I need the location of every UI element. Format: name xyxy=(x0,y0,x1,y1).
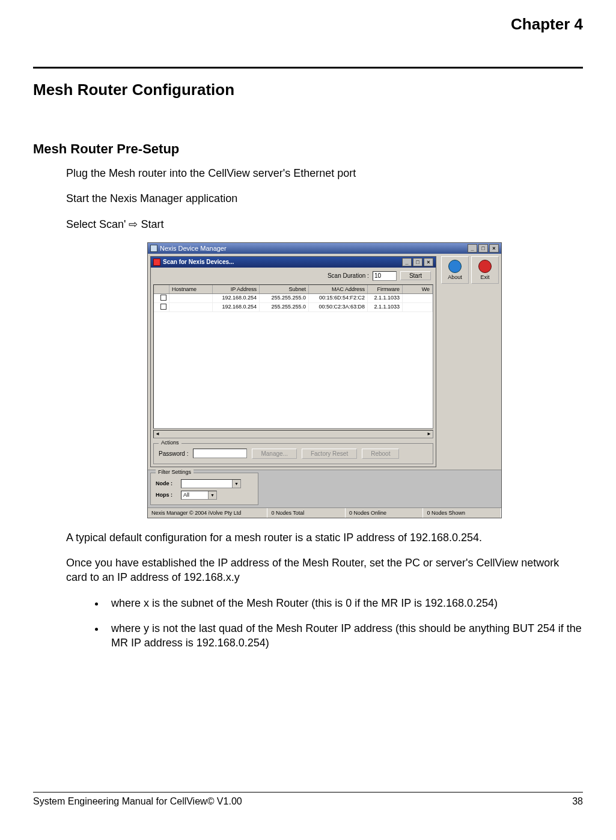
inner-window-title: Scan for Nexis Devices... xyxy=(163,259,234,265)
col-firmware[interactable]: Firmware xyxy=(368,285,403,293)
cell-ip: 192.168.0.254 xyxy=(213,303,260,311)
outer-window-title: Nexis Device Manager xyxy=(160,245,227,252)
cell-we xyxy=(403,294,433,302)
scan-duration-label: Scan Duration : xyxy=(328,272,369,279)
status-nodes-online: 0 Nodes Online xyxy=(346,508,424,518)
status-bar: Nexis Manager © 2004 iVolve Pty Ltd 0 No… xyxy=(148,507,501,518)
nexis-manager-window: Nexis Device Manager _ □ × Scan for Nexi… xyxy=(147,242,502,518)
power-icon xyxy=(478,260,492,273)
footer-doc-title: System Engineering Manual for CellView© … xyxy=(33,796,242,807)
chapter-label: Chapter 4 xyxy=(33,15,583,34)
filter-legend: Filter Settings xyxy=(156,469,194,475)
minimize-button[interactable]: _ xyxy=(402,258,412,266)
about-button[interactable]: About xyxy=(441,256,469,284)
col-we[interactable]: We xyxy=(403,285,433,293)
body-content: Plug the Mesh router into the CellView s… xyxy=(33,166,583,651)
inner-titlebar: Scan for Nexis Devices... _ □ × xyxy=(151,257,436,268)
scan-controls: Scan Duration : Start xyxy=(151,268,436,284)
scroll-left-icon[interactable]: ◄ xyxy=(155,431,160,437)
status-nodes-total: 0 Nodes Total xyxy=(267,508,346,518)
manage-button[interactable]: Manage... xyxy=(252,449,296,459)
row-checkbox[interactable] xyxy=(160,295,166,301)
main-frame: Scan for Nexis Devices... _ □ × Scan Dur… xyxy=(148,254,501,470)
exit-button[interactable]: Exit xyxy=(471,256,499,284)
divider xyxy=(33,67,583,69)
cell-subnet: 255.255.255.0 xyxy=(260,303,309,311)
paragraph: Select Scan' ⇨ Start xyxy=(66,217,583,231)
footer-page-number: 38 xyxy=(572,796,583,807)
screenshot-figure: Nexis Device Manager _ □ × Scan for Nexi… xyxy=(66,242,583,518)
col-subnet[interactable]: Subnet xyxy=(260,285,309,293)
close-button[interactable]: × xyxy=(489,244,499,253)
exit-label: Exit xyxy=(480,274,489,280)
col-hostname[interactable]: Hostname xyxy=(169,285,213,293)
about-label: About xyxy=(448,274,462,280)
cell-ip: 192.168.0.254 xyxy=(213,294,260,302)
page-footer: System Engineering Manual for CellView© … xyxy=(33,792,583,807)
cell-subnet: 255.255.255.0 xyxy=(260,294,309,302)
status-nodes-shown: 0 Nodes Shown xyxy=(423,508,501,518)
hops-combo[interactable]: All ▼ xyxy=(181,491,217,500)
hops-label: Hops : xyxy=(156,492,177,498)
maximize-button[interactable]: □ xyxy=(478,244,488,253)
scan-duration-input[interactable] xyxy=(373,271,397,281)
outer-titlebar: Nexis Device Manager _ □ × xyxy=(148,243,501,254)
maximize-button[interactable]: □ xyxy=(413,258,422,266)
col-mac[interactable]: MAC Address xyxy=(309,285,368,293)
inner-window-controls: _ □ × xyxy=(402,258,433,266)
reboot-button[interactable]: Reboot xyxy=(362,449,399,459)
scan-window: Scan for Nexis Devices... _ □ × Scan Dur… xyxy=(150,256,436,467)
status-copyright: Nexis Manager © 2004 iVolve Pty Ltd xyxy=(148,508,267,518)
table-row[interactable]: 192.168.0.254 255.255.255.0 00:50:C2:3A:… xyxy=(154,303,433,312)
paragraph: A typical default configuration for a me… xyxy=(66,530,583,545)
app-icon xyxy=(150,245,157,252)
filter-settings-group: Filter Settings Node : ▼ Hops : All ▼ xyxy=(150,473,258,505)
paragraph: Plug the Mesh router into the CellView s… xyxy=(66,166,583,180)
window-controls: _ □ × xyxy=(468,244,499,253)
grid-header: Hostname IP Address Subnet MAC Address F… xyxy=(154,285,433,294)
row-checkbox[interactable] xyxy=(160,304,166,310)
cell-firmware: 2.1.1.1033 xyxy=(368,294,403,302)
section-subtitle: Mesh Router Pre-Setup xyxy=(33,141,583,157)
node-label: Node : xyxy=(156,480,177,486)
close-button[interactable]: × xyxy=(424,258,433,266)
list-item: where x is the subnet of the Mesh Router… xyxy=(105,596,583,610)
horizontal-scrollbar[interactable]: ◄ ► xyxy=(153,430,433,438)
cell-hostname xyxy=(169,303,213,311)
col-checkbox xyxy=(154,285,169,293)
page-title: Mesh Router Configuration xyxy=(33,81,583,99)
info-icon xyxy=(448,260,462,273)
actions-group: Actions Password : Manage... Factory Res… xyxy=(153,443,433,464)
node-combo[interactable]: ▼ xyxy=(181,479,241,488)
bullet-list: where x is the subnet of the Mesh Router… xyxy=(66,596,583,651)
table-row[interactable]: 192.168.0.254 255.255.255.0 00:15:6D:54:… xyxy=(154,294,433,303)
cell-firmware: 2.1.1.1033 xyxy=(368,303,403,311)
chevron-down-icon: ▼ xyxy=(208,491,216,499)
start-button[interactable]: Start xyxy=(400,271,431,280)
list-item: where y is not the last quad of the Mesh… xyxy=(105,621,583,651)
side-buttons: About Exit xyxy=(439,254,501,470)
password-label: Password : xyxy=(159,450,188,457)
minimize-button[interactable]: _ xyxy=(468,244,477,253)
device-grid: Hostname IP Address Subnet MAC Address F… xyxy=(153,284,433,429)
cell-we xyxy=(403,303,433,311)
paragraph: Once you have established the IP address… xyxy=(66,556,583,585)
factory-reset-button[interactable]: Factory Reset xyxy=(302,449,357,459)
paragraph: Start the Nexis Manager application xyxy=(66,191,583,206)
cell-hostname xyxy=(169,294,213,302)
scan-icon xyxy=(153,259,160,266)
actions-legend: Actions xyxy=(159,440,181,446)
chevron-down-icon: ▼ xyxy=(232,480,240,488)
hops-combo-value: All xyxy=(181,492,208,498)
cell-mac: 00:15:6D:54:F2:C2 xyxy=(309,294,368,302)
col-ip[interactable]: IP Address xyxy=(213,285,260,293)
password-input[interactable] xyxy=(193,449,247,458)
cell-mac: 00:50:C2:3A:63:D8 xyxy=(309,303,368,311)
scroll-right-icon[interactable]: ► xyxy=(427,431,432,437)
